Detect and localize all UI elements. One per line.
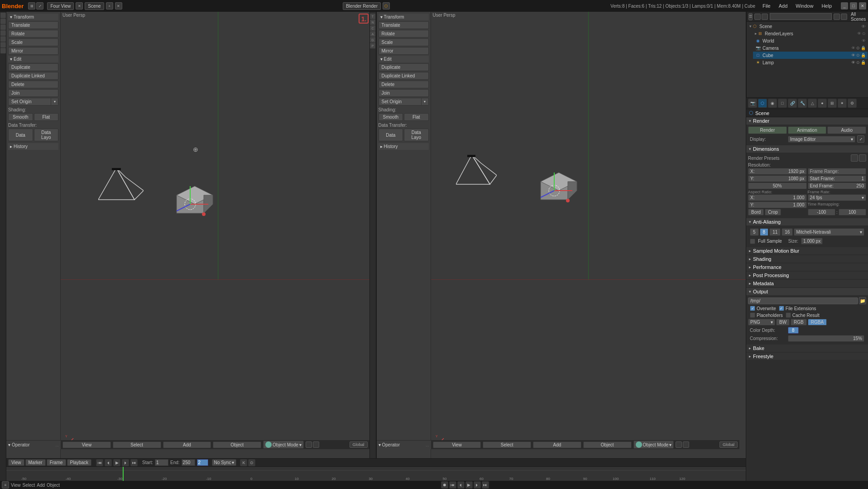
delete-btn-left[interactable]: Delete: [8, 81, 58, 88]
object-btn-right[interactable]: Object: [583, 441, 632, 448]
editor-mode-dropdown[interactable]: Four View: [47, 2, 74, 10]
delete-btn-right[interactable]: Delete: [379, 81, 429, 88]
duplicate-btn-left[interactable]: Duplicate: [8, 63, 58, 71]
outliner-search-icon[interactable]: [754, 14, 761, 20]
props-particles-icon[interactable]: ✦: [838, 99, 847, 108]
output-path-input[interactable]: [748, 297, 858, 304]
tl-frame-btn[interactable]: Frame: [47, 459, 66, 466]
smooth-btn-right[interactable]: Smooth: [379, 113, 403, 121]
set-origin-btn-left[interactable]: Set Origin: [8, 98, 51, 105]
select-btn-left[interactable]: Select: [113, 441, 161, 448]
history-section-right[interactable]: ▸ History: [379, 143, 429, 150]
display-dropdown[interactable]: Image Editor ▾: [788, 136, 855, 143]
presets-add-btn[interactable]: [851, 154, 858, 162]
tl-play-btn[interactable]: ▶: [113, 459, 120, 466]
fullscreen-btn[interactable]: ⤢: [36, 2, 43, 10]
sidebar-icon-6[interactable]: [0, 42, 6, 48]
aa-5-btn[interactable]: 5: [750, 228, 759, 236]
resolution-x-input[interactable]: X: 1920 px: [748, 168, 807, 175]
render-section-header[interactable]: ▾ Render: [746, 117, 868, 125]
props-modifier-icon[interactable]: 🔧: [798, 99, 807, 108]
left-3d-viewport[interactable]: User Persp 1. ⊕: [61, 12, 376, 458]
bord-btn[interactable]: Bord: [748, 209, 764, 216]
tl-sync-dropdown[interactable]: No Sync ▾: [212, 459, 237, 466]
rgba-btn[interactable]: RGBA: [808, 319, 827, 326]
scene-selector[interactable]: Scene: [85, 2, 104, 10]
status-add-btn[interactable]: Add: [37, 483, 45, 488]
pivot-btn-left[interactable]: [306, 441, 312, 448]
global-menu-btn[interactable]: ≡: [2, 481, 9, 489]
mirror-btn-right[interactable]: Mirror: [379, 47, 429, 55]
scale-btn-left[interactable]: Scale: [8, 38, 58, 46]
editor-type-btn[interactable]: ⊞: [28, 2, 35, 10]
metadata-header[interactable]: ▸ Metadata: [746, 280, 868, 287]
freestyle-header[interactable]: ▸ Freestyle: [746, 353, 868, 360]
props-constraint-icon[interactable]: 🔗: [788, 99, 797, 108]
add-btn-right[interactable]: Add: [533, 441, 581, 448]
status-fwd-btn[interactable]: ⏵: [474, 481, 481, 489]
maximize-btn[interactable]: □: [850, 2, 857, 10]
edit-section-left[interactable]: ▾ Edit: [8, 56, 58, 62]
close-btn[interactable]: ✕: [859, 2, 866, 10]
status-back-btn[interactable]: ⏴: [457, 481, 465, 489]
tl-start-btn[interactable]: ⏮: [96, 459, 103, 466]
performance-header[interactable]: ▸ Performance: [746, 264, 868, 271]
status-record-btn[interactable]: ⏺: [441, 481, 448, 489]
props-physics-icon[interactable]: ⚙: [848, 99, 857, 108]
bake-header[interactable]: ▸ Bake: [746, 345, 868, 352]
minimize-btn[interactable]: _: [841, 2, 848, 10]
object-btn-left[interactable]: Object: [213, 441, 261, 448]
frame-end-input[interactable]: End Frame: 250: [808, 182, 867, 189]
right-3d-viewport[interactable]: User Persp: [431, 12, 746, 458]
status-end-btn[interactable]: ⏭: [482, 481, 489, 489]
outliner-item-renderlayers[interactable]: ▸ ⊞ RenderLayers 👁 ⊙: [753, 30, 868, 37]
dimensions-header[interactable]: ▾ Dimensions: [746, 145, 868, 153]
view-btn-left[interactable]: View: [62, 441, 111, 448]
mode-dropdown-left[interactable]: Object Mode ▾: [263, 441, 304, 449]
menu-item-file[interactable]: File: [759, 2, 774, 10]
select-btn-right[interactable]: Select: [483, 441, 531, 448]
data-btn-right[interactable]: Data: [379, 129, 403, 141]
editor-toggle-btn[interactable]: ✕: [76, 2, 83, 10]
aa-filter-dropdown[interactable]: Mitchell-Netravali ▾: [794, 228, 864, 236]
props-world-icon[interactable]: ◉: [768, 99, 777, 108]
resolution-y-input[interactable]: Y: 1080 px: [748, 175, 807, 182]
aa-8-btn[interactable]: 8: [760, 228, 769, 236]
flat-btn-right[interactable]: Flat: [404, 113, 429, 121]
tl-end-btn[interactable]: ⏭: [130, 459, 138, 466]
tl-start-input[interactable]: [155, 459, 168, 466]
crop-btn[interactable]: Crop: [765, 209, 781, 216]
tl-next-btn[interactable]: ⏵: [122, 459, 129, 466]
props-material-icon[interactable]: ●: [818, 99, 827, 108]
sidebar-icon-7[interactable]: [0, 48, 6, 53]
cache-result-cb[interactable]: [786, 312, 791, 318]
overwrite-cb[interactable]: [750, 306, 755, 311]
motion-blur-header[interactable]: ▸ Sampled Motion Blur: [746, 247, 868, 254]
view-btn-right[interactable]: View: [433, 441, 481, 448]
props-render-icon[interactable]: 📷: [748, 99, 757, 108]
sidebar-icon-4[interactable]: [0, 30, 6, 36]
tl-key-btn[interactable]: K: [240, 459, 247, 466]
frame-start-input[interactable]: Start Frame: 1: [808, 175, 867, 182]
sidebar-icon-2[interactable]: [0, 19, 6, 24]
tl-playback-btn[interactable]: Playback: [67, 459, 92, 466]
outliner-item-world[interactable]: ◉ World 👁: [753, 37, 868, 44]
size-input[interactable]: 1.000 px: [801, 238, 823, 244]
status-view-btn[interactable]: View: [11, 483, 21, 488]
output-header[interactable]: ▾ Output: [746, 288, 868, 295]
outliner-item-lamp[interactable]: ☀ Lamp 👁 ⊙ 🔒: [753, 59, 868, 66]
bw-btn[interactable]: BW: [776, 319, 790, 326]
output-browse-btn[interactable]: 📁: [859, 297, 866, 304]
history-section-left[interactable]: ▸ History: [8, 143, 58, 150]
data-layo-btn-left[interactable]: Data Layo: [34, 129, 59, 141]
render-engine-dropdown[interactable]: Blender Render: [343, 2, 381, 10]
pivot-btn-right[interactable]: [676, 441, 682, 448]
vr-icon-5[interactable]: G: [370, 37, 375, 43]
aa-16-btn[interactable]: 16: [782, 228, 793, 236]
tl-prev-btn[interactable]: ⏴: [105, 459, 112, 466]
set-origin-btn-right[interactable]: Set Origin: [379, 98, 422, 105]
snap-btn-right[interactable]: [683, 441, 689, 448]
scene-close-btn[interactable]: ✕: [115, 2, 122, 10]
set-origin-arrow-left[interactable]: ▾: [51, 98, 58, 105]
outliner-all-scenes[interactable]: All Scenes: [849, 12, 868, 22]
